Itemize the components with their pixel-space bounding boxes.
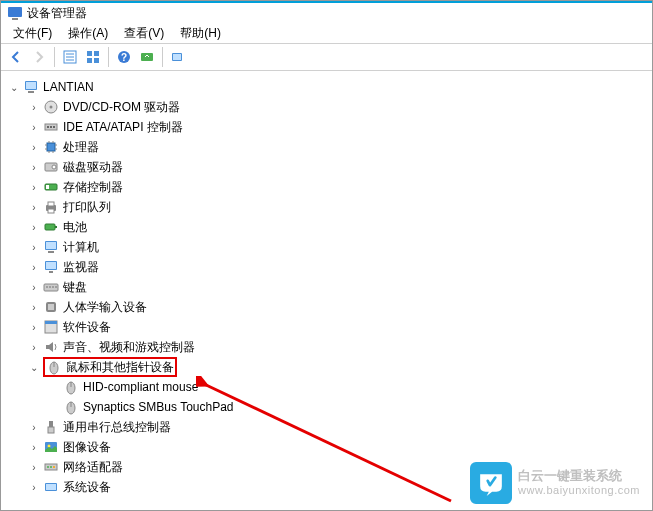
- svg-rect-8: [87, 58, 92, 63]
- menu-help[interactable]: 帮助(H): [172, 23, 229, 44]
- svg-rect-22: [50, 126, 52, 128]
- expand-icon[interactable]: ›: [27, 100, 41, 114]
- tree-item[interactable]: ›键盘: [27, 277, 652, 297]
- svg-point-49: [46, 286, 48, 288]
- expand-icon[interactable]: ›: [27, 140, 41, 154]
- menu-action[interactable]: 操作(A): [60, 23, 116, 44]
- svg-rect-16: [26, 82, 36, 89]
- toolbar-separator: [162, 47, 163, 67]
- expand-icon[interactable]: ›: [27, 440, 41, 454]
- tree-item-label: Synaptics SMBus TouchPad: [83, 400, 234, 414]
- svg-point-68: [47, 466, 49, 468]
- tree-item[interactable]: ›磁盘驱动器: [27, 157, 652, 177]
- forward-button[interactable]: [28, 46, 50, 68]
- svg-rect-64: [48, 427, 54, 433]
- expand-icon[interactable]: ⌄: [7, 80, 21, 94]
- show-hidden-button[interactable]: [167, 46, 189, 68]
- svg-rect-72: [46, 484, 56, 490]
- expand-icon[interactable]: ›: [27, 180, 41, 194]
- expand-icon[interactable]: ›: [27, 160, 41, 174]
- image-icon: [43, 439, 59, 455]
- expand-icon[interactable]: ›: [27, 300, 41, 314]
- expand-icon[interactable]: ›: [27, 480, 41, 494]
- svg-rect-6: [87, 51, 92, 56]
- svg-rect-24: [47, 143, 55, 151]
- tree-item[interactable]: ›监视器: [27, 257, 652, 277]
- tree-item-label: 打印队列: [63, 199, 111, 216]
- battery-icon: [43, 219, 59, 235]
- svg-rect-12: [141, 53, 153, 61]
- expand-icon[interactable]: ›: [27, 340, 41, 354]
- expand-icon[interactable]: ›: [27, 420, 41, 434]
- tree-item[interactable]: Synaptics SMBus TouchPad: [47, 397, 652, 417]
- tree-item-label: 人体学输入设备: [63, 299, 147, 316]
- tree-item[interactable]: HID-compliant mouse: [47, 377, 652, 397]
- svg-rect-21: [47, 126, 49, 128]
- tree-item-label: HID-compliant mouse: [83, 380, 198, 394]
- scan-hardware-button[interactable]: [136, 46, 158, 68]
- expand-icon[interactable]: ›: [27, 240, 41, 254]
- tree-item[interactable]: ›计算机: [27, 237, 652, 257]
- software-icon: [43, 319, 59, 335]
- tree-item-label: IDE ATA/ATAPI 控制器: [63, 119, 183, 136]
- tree-item[interactable]: ›IDE ATA/ATAPI 控制器: [27, 117, 652, 137]
- svg-rect-9: [94, 58, 99, 63]
- tree-item-label: 键盘: [63, 279, 87, 296]
- tree-item-label: 通用串行总线控制器: [63, 419, 171, 436]
- cpu-icon: [43, 139, 59, 155]
- svg-rect-0: [8, 7, 22, 17]
- tree-item[interactable]: ›网络适配器: [27, 457, 652, 477]
- tree-item[interactable]: ›打印队列: [27, 197, 652, 217]
- expand-icon[interactable]: ›: [27, 120, 41, 134]
- tree-item[interactable]: ›软件设备: [27, 317, 652, 337]
- tree-item-label: 电池: [63, 219, 87, 236]
- computer-icon: [43, 239, 59, 255]
- window-title: 设备管理器: [27, 5, 87, 22]
- svg-rect-36: [46, 185, 49, 189]
- tree-item-label: 网络适配器: [63, 459, 123, 476]
- device-tree-scroll[interactable]: ⌄ LANTIAN ›DVD/CD-ROM 驱动器›IDE ATA/ATAPI …: [1, 73, 652, 510]
- svg-point-51: [52, 286, 54, 288]
- menu-file[interactable]: 文件(F): [5, 23, 60, 44]
- expand-icon[interactable]: ›: [27, 280, 41, 294]
- keyboard-icon: [43, 279, 59, 295]
- help-button[interactable]: ?: [113, 46, 135, 68]
- svg-rect-7: [94, 51, 99, 56]
- tree-item[interactable]: ›电池: [27, 217, 652, 237]
- tree-item[interactable]: ›图像设备: [27, 437, 652, 457]
- back-button[interactable]: [5, 46, 27, 68]
- expand-icon[interactable]: ›: [27, 460, 41, 474]
- expand-icon[interactable]: ›: [27, 320, 41, 334]
- mouse-icon: [63, 379, 79, 395]
- menu-view[interactable]: 查看(V): [116, 23, 172, 44]
- svg-point-52: [55, 286, 57, 288]
- computer-icon: [23, 79, 39, 95]
- tree-item[interactable]: ›声音、视频和游戏控制器: [27, 337, 652, 357]
- tree-item[interactable]: ›存储控制器: [27, 177, 652, 197]
- svg-rect-17: [28, 91, 34, 93]
- tree-item[interactable]: ›通用串行总线控制器: [27, 417, 652, 437]
- expand-icon[interactable]: ›: [27, 200, 41, 214]
- svg-point-69: [50, 466, 52, 468]
- properties-button[interactable]: [59, 46, 81, 68]
- usb-icon: [43, 419, 59, 435]
- toolbar-separator: [54, 47, 55, 67]
- details-button[interactable]: [82, 46, 104, 68]
- disk-icon: [43, 159, 59, 175]
- menu-bar: 文件(F) 操作(A) 查看(V) 帮助(H): [1, 23, 652, 43]
- tree-item[interactable]: ›系统设备: [27, 477, 652, 497]
- expand-icon[interactable]: ›: [27, 260, 41, 274]
- tree-item[interactable]: ›人体学输入设备: [27, 297, 652, 317]
- root-label: LANTIAN: [43, 80, 94, 94]
- svg-text:?: ?: [121, 52, 127, 63]
- title-bar: 设备管理器: [1, 1, 652, 23]
- tree-item[interactable]: ⌄鼠标和其他指针设备: [27, 357, 652, 377]
- collapse-icon[interactable]: ⌄: [27, 360, 41, 374]
- expand-icon[interactable]: ›: [27, 220, 41, 234]
- svg-rect-14: [173, 54, 181, 60]
- svg-rect-1: [12, 18, 18, 20]
- tree-item[interactable]: ›处理器: [27, 137, 652, 157]
- tree-item[interactable]: ›DVD/CD-ROM 驱动器: [27, 97, 652, 117]
- svg-rect-63: [49, 421, 53, 427]
- tree-root[interactable]: ⌄ LANTIAN: [7, 77, 652, 97]
